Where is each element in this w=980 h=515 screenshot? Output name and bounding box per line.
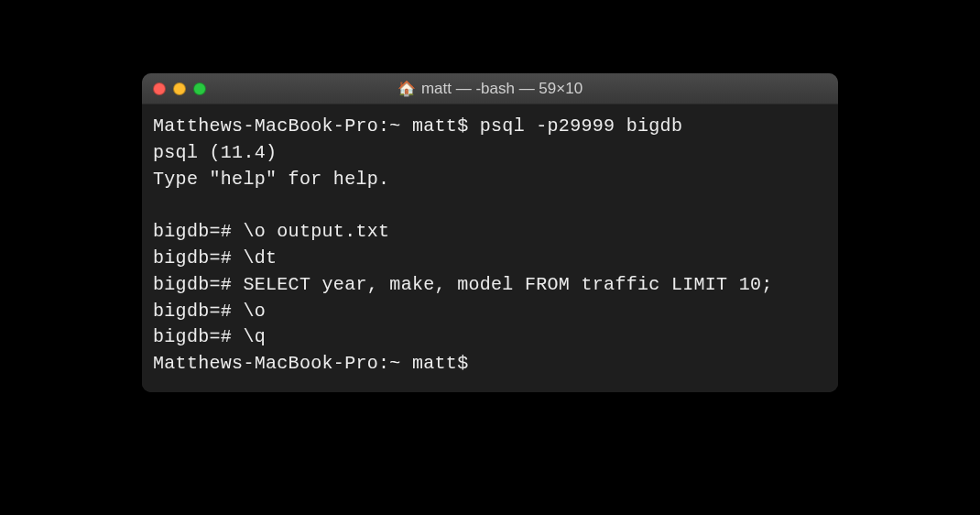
zoom-icon[interactable] [193, 82, 206, 95]
minimize-icon[interactable] [173, 82, 186, 95]
terminal-body[interactable]: Matthews-MacBook-Pro:~ matt$ psql -p2999… [142, 104, 838, 392]
terminal-output: Matthews-MacBook-Pro:~ matt$ psql -p2999… [153, 114, 827, 378]
window-title: 🏠 matt — -bash — 59×10 [142, 80, 838, 98]
window-titlebar[interactable]: 🏠 matt — -bash — 59×10 [142, 73, 838, 104]
terminal-window: 🏠 matt — -bash — 59×10 Matthews-MacBook-… [142, 73, 838, 392]
traffic-lights [153, 82, 206, 95]
home-folder-icon: 🏠 [397, 80, 416, 97]
close-icon[interactable] [153, 82, 166, 95]
window-title-text: matt — -bash — 59×10 [421, 80, 583, 98]
